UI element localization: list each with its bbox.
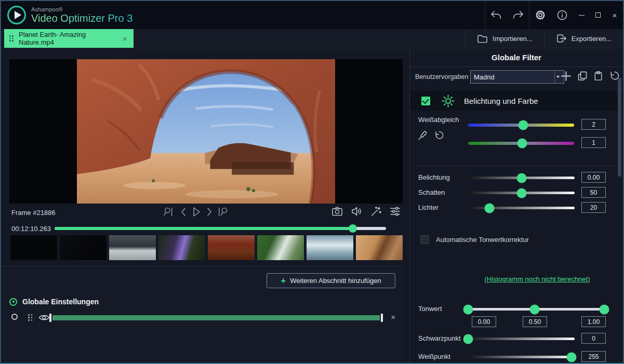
info-icon: [556, 9, 568, 21]
levels-low-handle[interactable]: [463, 304, 473, 314]
preset-select[interactable]: Madrid: [470, 70, 564, 84]
gear-icon: [535, 9, 546, 21]
white-point-handle[interactable]: [566, 352, 576, 362]
undo-button[interactable]: [485, 1, 507, 29]
tab-close-icon[interactable]: ×: [122, 34, 128, 43]
divider: [417, 166, 616, 166]
marker-in-icon[interactable]: [163, 206, 176, 218]
plus-icon: +: [281, 276, 286, 285]
preview-tools: [331, 206, 401, 217]
black-point-handle[interactable]: [463, 334, 473, 344]
import-button[interactable]: Importieren...: [465, 29, 544, 48]
remove-segment-icon[interactable]: ×: [391, 313, 395, 321]
levels-slider[interactable]: [468, 304, 604, 314]
exposure-color-section-header[interactable]: Belichtung und Farbe: [410, 91, 623, 111]
play-icon[interactable]: [191, 206, 202, 218]
redo-button[interactable]: [507, 1, 529, 29]
temperature-slider[interactable]: [468, 120, 574, 130]
settings-button[interactable]: [529, 1, 551, 29]
seek-bar[interactable]: [55, 227, 386, 230]
minimize-button[interactable]: [573, 1, 590, 29]
previous-frame-icon[interactable]: [179, 207, 188, 217]
volume-icon[interactable]: [351, 206, 362, 217]
seek-handle[interactable]: [349, 224, 357, 233]
paste-clipboard-icon[interactable]: [593, 71, 603, 82]
visibility-eye-icon[interactable]: [38, 313, 50, 322]
exposure-value[interactable]: 0.00: [581, 172, 606, 183]
video-tab[interactable]: Planet Earth- Amazing Nature.mp4 ×: [4, 29, 134, 48]
shadows-value[interactable]: 50: [581, 187, 606, 198]
maximize-button[interactable]: [590, 1, 606, 29]
info-button[interactable]: [551, 1, 573, 29]
thumbnail-7[interactable]: [307, 235, 353, 260]
thumbnail-5[interactable]: [208, 235, 255, 260]
maximize-icon: [595, 12, 601, 18]
export-button[interactable]: Exportieren...: [544, 29, 623, 48]
levels-high-value[interactable]: 1.00: [581, 316, 606, 327]
trim-end-handle[interactable]: [381, 314, 383, 322]
thumbnail-3[interactable]: [109, 235, 156, 260]
black-point-label: Schwarzpunkt: [418, 334, 461, 342]
panel-scrollbar[interactable]: [618, 78, 621, 177]
close-button[interactable]: ×: [606, 1, 623, 29]
magic-wand-icon[interactable]: [370, 206, 381, 217]
tint-value[interactable]: 1: [581, 137, 606, 148]
levels-mid-handle[interactable]: [530, 304, 540, 314]
white-balance-reset-icon[interactable]: [434, 130, 444, 141]
app-brand: Ashampoo® Video Optimizer Pro 3: [31, 6, 132, 24]
add-preset-icon[interactable]: [561, 71, 572, 82]
radio-unselected-icon[interactable]: [11, 314, 18, 320]
temperature-handle[interactable]: [519, 120, 528, 130]
white-point-label: Weißpunkt: [418, 353, 450, 360]
toolbar-actions: Importieren... Exportieren...: [465, 29, 623, 48]
thumbnail-6[interactable]: [257, 235, 304, 260]
radio-selected-icon[interactable]: [9, 298, 17, 306]
add-segment-label: Weiteren Abschnitt hinzufügen: [290, 277, 381, 285]
exposure-slider[interactable]: [468, 173, 575, 183]
levels-mid-value[interactable]: 0.50: [523, 316, 547, 327]
segment-range-fill[interactable]: [52, 315, 380, 320]
shadows-handle[interactable]: [516, 188, 526, 198]
global-settings-label: Globale Einstellungen: [22, 298, 99, 306]
shadows-slider[interactable]: [468, 188, 575, 198]
thumbnail-2[interactable]: [60, 235, 107, 260]
highlights-slider[interactable]: [468, 203, 575, 213]
levels-high-handle[interactable]: [600, 304, 609, 314]
snapshot-camera-icon[interactable]: [331, 206, 343, 217]
temperature-value[interactable]: 2: [581, 119, 606, 130]
section-checkbox-checked[interactable]: [421, 97, 430, 105]
add-segment-button[interactable]: + Weiteren Abschnitt hinzufügen: [267, 273, 395, 288]
next-frame-icon[interactable]: [205, 207, 214, 217]
marker-out-icon[interactable]: [217, 206, 230, 218]
preset-actions: [561, 71, 620, 82]
chevron-down-icon[interactable]: [554, 71, 561, 83]
black-point-value[interactable]: 0: [581, 333, 606, 344]
histogram-link[interactable]: (Histogramm noch nicht berechnet): [452, 275, 623, 283]
tint-handle[interactable]: [517, 138, 527, 148]
thumbnail-1[interactable]: [10, 235, 57, 260]
segment-track-row: ×: [9, 312, 395, 323]
frame-number: Frame #21886: [11, 209, 56, 217]
highlights-handle[interactable]: [485, 203, 495, 213]
white-point-value[interactable]: 255: [581, 351, 606, 362]
auto-levels-checkbox[interactable]: [420, 235, 429, 244]
trim-start-handle[interactable]: [49, 314, 51, 322]
thumbnail-4[interactable]: [158, 235, 205, 260]
tint-slider[interactable]: [468, 138, 574, 148]
eyedropper-icon[interactable]: [417, 130, 428, 141]
thumbnail-8[interactable]: [356, 235, 403, 260]
white-point-slider[interactable]: [468, 352, 575, 362]
video-preview[interactable]: [9, 59, 403, 204]
exposure-handle[interactable]: [516, 173, 526, 183]
copy-icon[interactable]: [577, 71, 588, 82]
highlights-value[interactable]: 20: [581, 202, 606, 213]
drag-handle-icon[interactable]: [9, 35, 14, 42]
exposure-label: Belichtung: [418, 173, 450, 181]
segments-section: + Weiteren Abschnitt hinzufügen Globale …: [1, 266, 404, 363]
transport-controls: [163, 206, 230, 218]
white-balance-label: Weißabgleich: [418, 116, 459, 124]
filter-settings-icon[interactable]: [390, 206, 401, 217]
black-point-slider[interactable]: [468, 334, 575, 344]
levels-low-value[interactable]: 0.00: [472, 316, 496, 327]
segment-drag-handle-icon[interactable]: [28, 314, 33, 321]
